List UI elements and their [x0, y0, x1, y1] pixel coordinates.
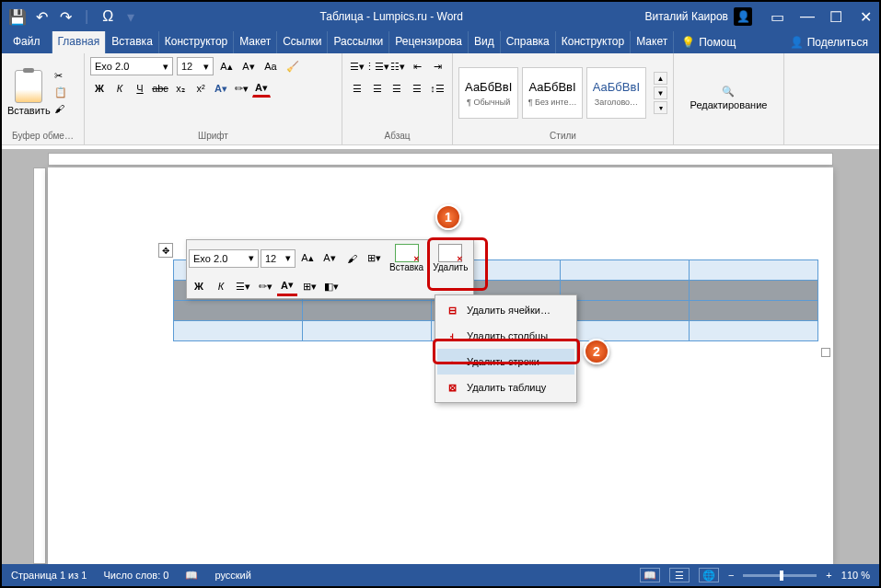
align-left-icon[interactable]: ☰ [348, 79, 366, 98]
save-icon[interactable]: 💾 [9, 8, 26, 25]
highlight-icon[interactable]: ✏▾ [232, 79, 250, 98]
mini-italic-button[interactable]: К [211, 276, 231, 296]
superscript-button[interactable]: x² [191, 79, 210, 98]
mini-highlight-icon[interactable]: ✏▾ [255, 276, 275, 296]
font-color-icon[interactable]: A▾ [252, 79, 271, 98]
underline-button[interactable]: Ч [131, 79, 149, 98]
word-count[interactable]: Число слов: 0 [103, 570, 168, 581]
horizontal-ruler[interactable] [48, 153, 833, 166]
tab-view[interactable]: Вид [469, 31, 501, 53]
mini-shading-icon[interactable]: ◧▾ [321, 276, 342, 296]
ribbon-clipboard: Вставить ✂ 📋 🖌 Буфер обме… [2, 53, 85, 144]
tab-layout[interactable]: Макет [234, 31, 277, 53]
justify-icon[interactable]: ☰ [408, 79, 426, 98]
style-normal[interactable]: АаБбВвІ ¶ Обычный [458, 67, 518, 119]
tab-insert[interactable]: Вставка [106, 31, 159, 53]
badge-2: 2 [584, 339, 609, 364]
mini-fontcolor-icon[interactable]: A▾ [277, 276, 297, 296]
multilevel-icon[interactable]: ☷▾ [388, 57, 407, 75]
language-status[interactable]: русский [214, 570, 250, 581]
styles-up-icon[interactable]: ▲ [654, 72, 667, 85]
mini-align-icon[interactable]: ☰▾ [233, 276, 253, 296]
page-status[interactable]: Страница 1 из 1 [11, 570, 87, 581]
tab-table-design[interactable]: Конструктор [556, 31, 631, 53]
share-button[interactable]: 👤Поделиться [779, 31, 879, 53]
tab-table-layout[interactable]: Макет [631, 31, 674, 53]
line-spacing-icon[interactable]: ↕☰ [428, 79, 446, 98]
delete-cells-icon: ⊟ [445, 303, 459, 317]
bullets-icon[interactable]: ☰▾ [348, 57, 366, 75]
change-case-icon[interactable]: Aa [261, 57, 280, 75]
print-layout-icon[interactable]: ☰ [669, 568, 690, 582]
mini-insert-button[interactable]: Вставка [386, 242, 427, 274]
minimize-icon[interactable]: — [800, 8, 813, 26]
tab-home[interactable]: Главная [52, 31, 107, 53]
subscript-button[interactable]: x₂ [171, 79, 190, 98]
maximize-icon[interactable]: ☐ [829, 8, 842, 26]
align-center-icon[interactable]: ☰ [368, 79, 387, 98]
mini-painter-icon[interactable]: 🖌 [342, 248, 362, 269]
dedent-icon[interactable]: ⇤ [409, 57, 427, 75]
zoom-level[interactable]: 110 % [841, 570, 870, 581]
numbering-icon[interactable]: ⋮☰▾ [368, 57, 387, 75]
mini-grid-icon[interactable]: ⊞▾ [364, 248, 384, 269]
cut-icon[interactable]: ✂ [54, 70, 71, 83]
grow-font-icon[interactable]: A▴ [217, 57, 236, 75]
tab-references[interactable]: Ссылки [277, 31, 328, 53]
clear-format-icon[interactable]: 🧹 [284, 57, 302, 75]
vertical-ruler[interactable] [33, 167, 46, 564]
read-mode-icon[interactable]: 📖 [640, 568, 660, 582]
user-label[interactable]: Виталий Каиров 👤 [644, 7, 752, 26]
font-name-combo[interactable]: Exo 2.0▾ [90, 57, 173, 75]
zoom-slider[interactable] [743, 574, 817, 577]
style-heading1[interactable]: АаБбВвІ Заголово… [586, 67, 646, 119]
editing-button[interactable]: 🔍 Редактирование [690, 86, 768, 110]
page[interactable]: ✥ Exo 2.0▾ 12▾ A▴ A▾ 🖌 ⊞▾ Вставка [48, 167, 833, 564]
undo-icon[interactable]: ↶ [33, 8, 50, 25]
mini-size-combo[interactable]: 12▾ [261, 249, 296, 268]
web-layout-icon[interactable]: 🌐 [699, 568, 719, 582]
omega-icon[interactable]: Ω [99, 8, 116, 25]
tab-review[interactable]: Рецензирова [389, 31, 469, 53]
delete-cells-item[interactable]: ⊟ Удалить ячейки… [437, 297, 574, 323]
styles-down-icon[interactable]: ▼ [654, 86, 667, 99]
zoom-out-icon[interactable]: − [728, 570, 734, 581]
tab-design[interactable]: Конструктор [159, 31, 234, 53]
paste-button[interactable]: Вставить [7, 70, 51, 116]
italic-button[interactable]: К [110, 79, 129, 98]
tab-help[interactable]: Справка [501, 31, 556, 53]
close-icon[interactable]: ✕ [859, 8, 872, 26]
title-bar: 💾 ↶ ↷ | Ω ▾ Таблица - Lumpics.ru - Word … [2, 2, 879, 31]
ribbon-tabs: Файл Главная Вставка Конструктор Макет С… [2, 31, 879, 53]
delete-table-item[interactable]: ⊠ Удалить таблицу [437, 375, 574, 400]
strike-button[interactable]: abc [151, 79, 169, 98]
ribbon-options-icon[interactable]: ▭ [771, 8, 783, 26]
annotation-box-1 [427, 237, 488, 291]
tab-mailings[interactable]: Рассылки [328, 31, 389, 53]
indent-icon[interactable]: ⇥ [428, 57, 446, 75]
zoom-in-icon[interactable]: + [826, 570, 831, 581]
mini-bold-button[interactable]: Ж [189, 276, 209, 296]
table-resize-handle[interactable] [821, 348, 830, 357]
copy-icon[interactable]: 📋 [54, 86, 71, 99]
avatar-icon: 👤 [734, 7, 752, 26]
tell-me[interactable]: 💡Помощ [674, 31, 743, 53]
styles-more-icon[interactable]: ▾ [654, 101, 667, 114]
table-move-handle[interactable]: ✥ [158, 243, 173, 258]
redo-icon[interactable]: ↷ [57, 8, 74, 25]
delete-table-menu-icon: ⊠ [445, 380, 459, 395]
font-size-combo[interactable]: 12▾ [177, 57, 214, 75]
mini-grow-icon[interactable]: A▴ [297, 248, 318, 269]
format-painter-icon[interactable]: 🖌 [54, 103, 71, 116]
style-nospace[interactable]: АаБбВвІ ¶ Без инте… [522, 67, 582, 119]
mini-font-combo[interactable]: Exo 2.0▾ [189, 249, 259, 268]
text-effects-icon[interactable]: A▾ [212, 79, 230, 98]
shrink-font-icon[interactable]: A▾ [239, 57, 258, 75]
mini-shrink-icon[interactable]: A▾ [319, 248, 340, 269]
tab-file[interactable]: Файл [2, 31, 52, 53]
mini-borders-icon[interactable]: ⊞▾ [299, 276, 319, 296]
annotation-box-2 [433, 339, 580, 364]
align-right-icon[interactable]: ☰ [388, 79, 407, 98]
proofing-icon[interactable]: 📖 [185, 570, 198, 582]
bold-button[interactable]: Ж [90, 79, 109, 98]
